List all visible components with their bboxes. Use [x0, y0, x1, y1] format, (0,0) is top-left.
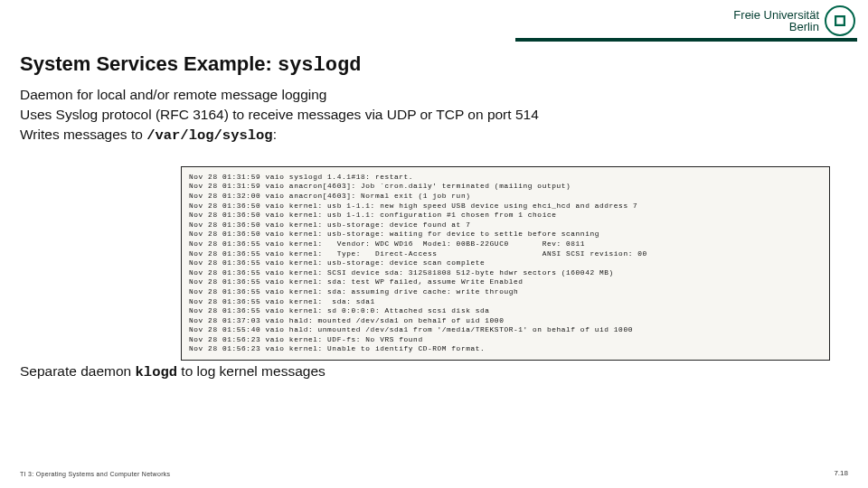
sep-post: to log kernel messages: [177, 363, 326, 379]
separate-daemon-line: Separate daemon klogd to log kernel mess…: [20, 363, 326, 380]
uni-line2: Berlin: [789, 20, 819, 33]
header-rule: [515, 38, 857, 42]
footer-left: TI 3: Operating Systems and Computer Net…: [20, 471, 170, 477]
svg-rect-1: [836, 17, 844, 24]
title-code: syslogd: [278, 54, 361, 77]
university-logo: Freie Universität Berlin: [733, 5, 855, 36]
university-name: Freie Universität Berlin: [733, 9, 819, 33]
desc-line2: Uses Syslog protocol (RFC 3164) to recei…: [20, 105, 848, 125]
footer-right: 7.18: [834, 469, 848, 477]
desc-line3: Writes messages to /var/log/syslog:: [20, 125, 848, 145]
desc-l3code: /var/log/syslog: [146, 127, 273, 144]
desc-line1: Daemon for local and/or remote message l…: [20, 85, 848, 105]
seal-icon: [825, 5, 855, 36]
desc-l3a: Writes messages to: [20, 127, 146, 142]
topbar: Freie Universität Berlin: [0, 0, 868, 45]
body-text: Daemon for local and/or remote message l…: [20, 85, 848, 145]
slide-title: System Services Example: syslogd: [20, 52, 361, 77]
title-pre: System Services Example:: [20, 52, 278, 75]
desc-l3b: :: [273, 127, 277, 142]
sep-pre: Separate daemon: [20, 363, 136, 379]
sep-code: klogd: [136, 364, 178, 380]
syslog-output: Nov 28 01:31:59 vaio syslogd 1.4.1#18: r…: [181, 166, 830, 361]
